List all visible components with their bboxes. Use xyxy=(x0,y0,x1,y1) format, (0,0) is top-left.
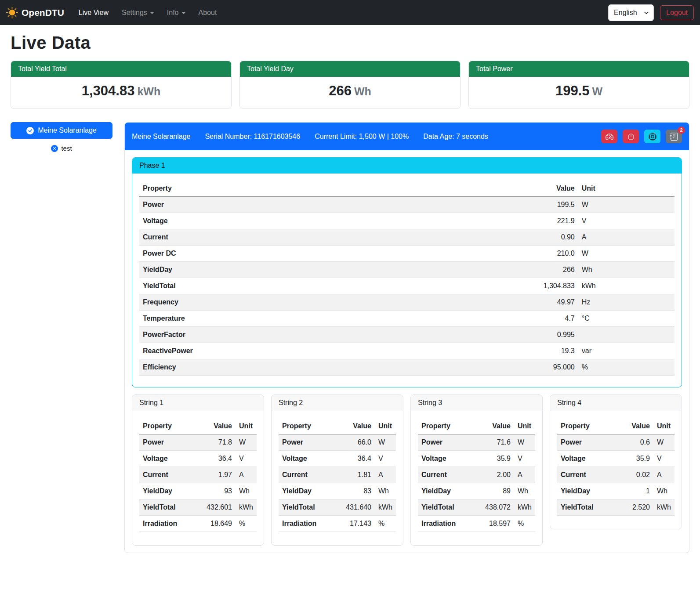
table-row: Irradiation17.143% xyxy=(279,516,396,532)
table-cell-prop: Current xyxy=(139,229,503,246)
table-row: Power66.0W xyxy=(279,434,396,451)
limit-settings-button[interactable] xyxy=(601,130,617,143)
table-cell-val: 19.3 xyxy=(503,343,578,359)
table-cell-val: 93 xyxy=(196,483,236,499)
table-cell-prop: YieldTotal xyxy=(279,499,335,516)
table-cell-unit: A xyxy=(514,467,535,483)
speedometer-icon xyxy=(606,133,613,141)
table-cell-prop: Current xyxy=(557,467,613,483)
inverter-item-label: test xyxy=(61,145,72,152)
inverter-item-test[interactable]: test xyxy=(11,145,112,152)
column-header-property: Property xyxy=(139,418,196,434)
column-header-value: Value xyxy=(474,418,514,434)
nav-about[interactable]: About xyxy=(192,5,224,20)
table-cell-prop: Irradiation xyxy=(139,516,196,532)
table-row: Voltage35.9V xyxy=(418,451,535,467)
table-cell-val: 0.6 xyxy=(613,434,653,451)
table-cell-unit: °C xyxy=(578,311,675,327)
table-cell-unit: Wh xyxy=(514,483,535,499)
string-card-title: String 2 xyxy=(272,395,403,411)
summary-card-unit: Wh xyxy=(354,85,371,98)
table-cell-prop: Power xyxy=(418,434,474,451)
summary-card-title: Total Yield Total xyxy=(11,61,231,77)
inverter-sidebar: Meine Solaranlage test xyxy=(11,122,112,152)
table-cell-val: 221.9 xyxy=(503,213,578,229)
column-header-unit: Unit xyxy=(514,418,535,434)
table-cell-unit: A xyxy=(375,467,396,483)
event-count-badge: 2 xyxy=(678,127,685,134)
column-header-value: Value xyxy=(335,418,375,434)
phase-table: Property Value Unit Power199.5WVoltage22… xyxy=(139,181,675,376)
inverter-data-age: Data Age: 7 seconds xyxy=(423,133,488,141)
string-table: Property Value Unit Power0.6WVoltage35.9… xyxy=(557,418,675,516)
event-log-button[interactable]: 2 xyxy=(666,130,682,143)
table-cell-unit: kWh xyxy=(653,499,675,516)
x-circle-icon xyxy=(51,145,58,152)
string-table: Property Value Unit Power71.8WVoltage36.… xyxy=(139,418,257,532)
table-cell-unit: Wh xyxy=(653,483,675,499)
string-card-3: String 3 Property Value Unit xyxy=(410,394,543,546)
summary-card-unit: kWh xyxy=(137,85,160,98)
string-table: Property Value Unit Power71.6WVoltage35.… xyxy=(418,418,535,532)
table-header-row: Property Value Unit xyxy=(418,418,535,434)
table-cell-prop: Voltage xyxy=(557,451,613,467)
table-row: YieldDay1Wh xyxy=(557,483,675,499)
language-select[interactable]: English xyxy=(608,4,654,21)
device-info-button[interactable] xyxy=(644,130,660,143)
table-cell-unit: kWh xyxy=(375,499,396,516)
column-header-value: Value xyxy=(613,418,653,434)
chevron-down-icon xyxy=(182,12,185,14)
power-button[interactable] xyxy=(623,130,639,143)
inverter-select-button[interactable]: Meine Solaranlage xyxy=(11,122,112,139)
table-cell-prop: YieldDay xyxy=(139,262,503,278)
phase-card: Phase 1 Property Value Unit Power199.5WV… xyxy=(132,157,682,387)
table-cell-unit: W xyxy=(514,434,535,451)
table-cell-val: 36.4 xyxy=(335,451,375,467)
table-cell-unit: W xyxy=(236,434,257,451)
inverter-panel: Meine Solaranlage Serial Number: 1161716… xyxy=(124,122,689,553)
logout-button[interactable]: Logout xyxy=(660,5,694,20)
chevron-down-icon xyxy=(150,12,154,14)
table-cell-prop: Power xyxy=(279,434,335,451)
column-header-property: Property xyxy=(557,418,613,434)
table-row: YieldDay266Wh xyxy=(139,262,675,278)
inverter-actions: 2 xyxy=(601,130,682,143)
nav-live-view[interactable]: Live View xyxy=(72,5,115,20)
inverter-serial: Serial Number: 116171603546 xyxy=(205,133,300,141)
nav-settings[interactable]: Settings xyxy=(115,5,160,20)
table-row: YieldDay83Wh xyxy=(279,483,396,499)
table-row: PowerFactor0.995 xyxy=(139,327,675,343)
table-cell-val: 1.97 xyxy=(196,467,236,483)
total-yield-day-card: Total Yield Day 266Wh xyxy=(239,61,461,109)
table-header-row: Property Value Unit xyxy=(279,418,396,434)
table-cell-val: 0.02 xyxy=(613,467,653,483)
inverter-limit: Current Limit: 1,500 W | 100% xyxy=(315,133,409,141)
table-row: Temperature4.7°C xyxy=(139,311,675,327)
table-cell-unit: A xyxy=(236,467,257,483)
language-select-value: English xyxy=(614,9,637,17)
table-cell-unit: % xyxy=(578,359,675,376)
table-row: Irradiation18.597% xyxy=(418,516,535,532)
table-cell-unit: kWh xyxy=(578,278,675,294)
table-cell-val: 35.9 xyxy=(613,451,653,467)
table-cell-unit: Wh xyxy=(578,262,675,278)
table-header-row: Property Value Unit xyxy=(139,181,675,197)
table-cell-unit: W xyxy=(653,434,675,451)
table-row: YieldTotal432.601kWh xyxy=(139,499,257,516)
table-row: Efficiency95.000% xyxy=(139,359,675,376)
table-cell-unit: V xyxy=(514,451,535,467)
sun-logo-icon xyxy=(6,7,18,18)
table-cell-val: 438.072 xyxy=(474,499,514,516)
nav-info[interactable]: Info xyxy=(160,5,192,20)
column-header-value: Value xyxy=(503,181,578,197)
table-cell-prop: Power xyxy=(557,434,613,451)
table-cell-unit: % xyxy=(514,516,535,532)
table-row: YieldTotal1,304.833kWh xyxy=(139,278,675,294)
table-row: YieldTotal2.520kWh xyxy=(557,499,675,516)
column-header-unit: Unit xyxy=(375,418,396,434)
table-header-row: Property Value Unit xyxy=(139,418,257,434)
brand-link[interactable]: OpenDTU xyxy=(6,7,64,18)
string-card-title: String 3 xyxy=(411,395,542,411)
column-header-unit: Unit xyxy=(236,418,257,434)
table-cell-unit: W xyxy=(578,246,675,262)
